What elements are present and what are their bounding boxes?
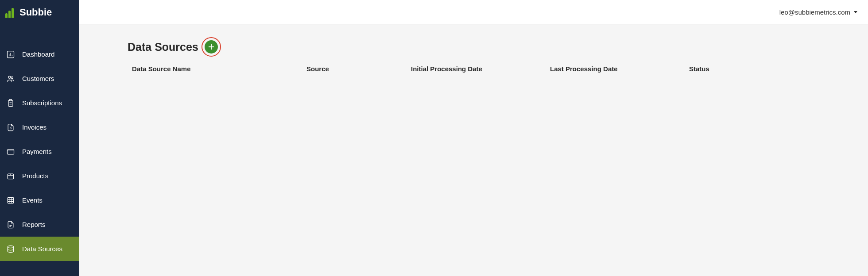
- page-header: Data Sources: [128, 40, 819, 54]
- users-icon: [6, 74, 15, 83]
- user-email: leo@subbiemetrics.com: [779, 8, 850, 16]
- file-icon: [6, 220, 15, 229]
- sidebar: Subbie Dashboard Customers: [0, 0, 79, 276]
- main-area: leo@subbiemetrics.com Data Sources Data …: [79, 0, 868, 276]
- sidebar-item-dashboard[interactable]: Dashboard: [0, 42, 79, 66]
- credit-card-icon: [6, 147, 15, 156]
- svg-point-5: [11, 77, 13, 78]
- sidebar-item-subscriptions[interactable]: Subscriptions: [0, 91, 79, 115]
- box-icon: [6, 172, 15, 180]
- database-icon: [6, 245, 15, 253]
- app-name: Subbie: [19, 7, 52, 18]
- sidebar-item-label: Events: [22, 196, 43, 204]
- sidebar-item-label: Products: [22, 172, 48, 180]
- column-header-status: Status: [689, 65, 815, 73]
- svg-point-23: [8, 245, 13, 248]
- table-header: Data Source Name Source Initial Processi…: [128, 61, 819, 76]
- sidebar-item-label: Customers: [22, 75, 54, 82]
- sidebar-item-products[interactable]: Products: [0, 164, 79, 188]
- sidebar-item-reports[interactable]: Reports: [0, 212, 79, 237]
- sidebar-item-label: Data Sources: [22, 245, 62, 253]
- sidebar-item-label: Invoices: [22, 123, 46, 131]
- column-header-source: Source: [306, 65, 411, 73]
- user-menu[interactable]: leo@subbiemetrics.com: [779, 8, 857, 16]
- header: leo@subbiemetrics.com: [79, 0, 868, 24]
- grid-icon: [6, 196, 15, 205]
- nav-items: Dashboard Customers Subscriptions $: [0, 24, 79, 261]
- clipboard-icon: [6, 99, 15, 107]
- add-data-source-button[interactable]: [205, 40, 218, 54]
- svg-rect-11: [8, 150, 14, 154]
- sidebar-item-customers[interactable]: Customers: [0, 66, 79, 91]
- sidebar-item-label: Payments: [22, 148, 52, 155]
- sidebar-item-invoices[interactable]: $ Invoices: [0, 115, 79, 139]
- page-title: Data Sources: [128, 41, 198, 54]
- file-dollar-icon: $: [6, 123, 15, 132]
- column-header-initial-date: Initial Processing Date: [411, 65, 550, 73]
- svg-rect-16: [8, 197, 13, 203]
- sidebar-item-payments[interactable]: Payments: [0, 139, 79, 164]
- sidebar-item-label: Reports: [22, 221, 46, 228]
- bar-chart-icon: [6, 50, 15, 59]
- content: Data Sources Data Source Name Source Ini…: [79, 24, 868, 276]
- sidebar-item-label: Dashboard: [22, 50, 54, 58]
- logo-section: Subbie: [0, 0, 79, 24]
- svg-text:$: $: [10, 126, 12, 130]
- column-header-last-date: Last Processing Date: [550, 65, 689, 73]
- caret-down-icon: [854, 11, 857, 13]
- sidebar-item-label: Subscriptions: [22, 99, 62, 107]
- svg-point-4: [8, 76, 11, 78]
- sidebar-item-events[interactable]: Events: [0, 188, 79, 212]
- column-header-name: Data Source Name: [132, 65, 306, 73]
- sidebar-item-data-sources[interactable]: Data Sources: [0, 237, 79, 261]
- logo-icon: [5, 7, 16, 18]
